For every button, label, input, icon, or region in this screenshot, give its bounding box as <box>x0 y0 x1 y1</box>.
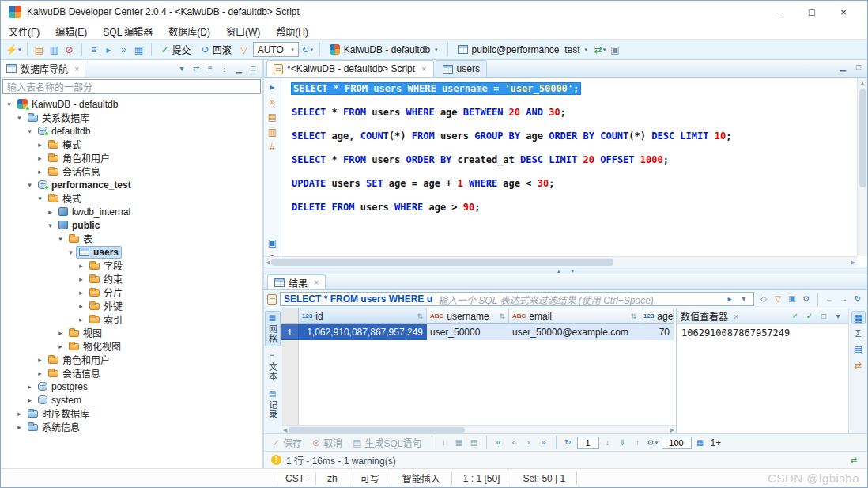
tree-expand-icon[interactable]: ▸ <box>76 302 86 310</box>
tree-expand-icon[interactable]: ▾ <box>66 248 76 256</box>
tree-item-分片[interactable]: ▸分片 <box>1 286 262 299</box>
value-viewer-content[interactable]: 1062910087867957249 <box>677 324 848 433</box>
minimize-view-icon[interactable]: ▁ <box>232 62 245 76</box>
grid-horizontal-scrollbar[interactable]: ◀ ▶ <box>281 425 676 433</box>
zoom-grid-icon[interactable]: ▤ <box>468 436 481 450</box>
row-number[interactable]: 1 <box>281 324 299 340</box>
tree-expand-icon[interactable]: ▾ <box>14 114 25 122</box>
tree-item-performance_test[interactable]: ▾performance_test <box>1 178 262 191</box>
tree-expand-icon[interactable]: ▾ <box>55 235 66 243</box>
menu-item[interactable]: 窗口(W) <box>226 25 260 38</box>
tree-item-会话信息[interactable]: ▸会话信息 <box>1 165 262 178</box>
tree-expand-icon[interactable]: ▾ <box>25 127 35 135</box>
tree-item-KaiwuDB - defaultdb[interactable]: ▾KaiwuDB - defaultdb <box>1 97 262 111</box>
last-row-icon[interactable]: » <box>538 436 550 450</box>
collapse-up-icon[interactable]: ▴ <box>557 268 560 274</box>
row-count-icon[interactable]: # <box>266 141 279 153</box>
tab-users[interactable]: users <box>436 60 487 77</box>
link-with-editor-icon[interactable]: ⇄ <box>190 62 202 76</box>
tree-expand-icon[interactable]: ▾ <box>35 195 45 202</box>
scroll-right-icon[interactable]: ▶ <box>851 257 855 267</box>
menu-item[interactable]: 帮助(H) <box>276 25 308 38</box>
new-sql-editor-icon[interactable]: ▤ <box>33 43 46 57</box>
tree-expand-icon[interactable]: ▸ <box>76 262 86 270</box>
output-console-icon[interactable]: ▣ <box>609 43 621 57</box>
previous-result-icon[interactable]: ← <box>823 292 836 306</box>
close-navigator-icon[interactable]: × <box>74 64 79 74</box>
tree-expand-icon[interactable]: ▸ <box>14 410 25 418</box>
tree-expand-icon[interactable]: ▸ <box>35 168 45 176</box>
column-header-age[interactable]: 123age⇅ <box>640 308 674 324</box>
value-panel-icon[interactable]: ▦ <box>852 312 865 323</box>
tree-item-时序数据库[interactable]: ▸时序数据库 <box>1 407 262 420</box>
fetch-all-rows-icon[interactable]: ⇓ <box>617 436 629 450</box>
save-value-icon[interactable]: ✓ <box>789 309 802 323</box>
maximize-view-icon[interactable]: □ <box>247 62 259 76</box>
maximize-button[interactable]: □ <box>796 6 828 18</box>
connection-select[interactable]: KaiwuDB - defaultdb▾ <box>326 42 442 58</box>
result-settings-icon[interactable]: ⚙ <box>800 292 813 306</box>
result-filter-input[interactable]: SELECT * FROM users WHERE u 输入一个 SQL 表达式… <box>280 292 754 306</box>
tree-item-角色和用户[interactable]: ▸角色和用户 <box>1 151 262 165</box>
explain-icon[interactable]: ▤ <box>266 111 279 123</box>
minimize-button[interactable]: – <box>764 6 796 18</box>
row-number-input[interactable] <box>577 437 599 449</box>
view-menu-icon[interactable]: ⋮ <box>218 62 231 76</box>
save-button[interactable]: ✓保存 <box>268 435 306 451</box>
scroll-up-icon[interactable]: ▲ <box>860 78 866 88</box>
tree-expand-icon[interactable]: ▸ <box>35 141 45 149</box>
maximize-panel-icon[interactable]: ▣ <box>266 236 279 248</box>
sort-icon[interactable]: ⇅ <box>630 312 636 320</box>
grid-layout-icon[interactable]: ▦ <box>453 436 466 450</box>
execute-query-icon[interactable]: ▸ <box>266 81 279 93</box>
menu-item[interactable]: 编辑(E) <box>55 25 87 38</box>
explain-plan-icon[interactable]: ▦ <box>133 43 145 57</box>
results-tab[interactable]: 结果 × <box>267 274 326 289</box>
editor-horizontal-scrollbar[interactable]: ◀ ▶ <box>264 256 857 267</box>
tree-item-系统信息[interactable]: ▸系统信息 <box>1 420 262 433</box>
text-view-tab[interactable]: ≡文本 <box>265 349 281 384</box>
references-panel-icon[interactable]: ⇄ <box>852 359 865 371</box>
sort-icon[interactable]: ⇅ <box>417 312 423 320</box>
save-value-to-file-icon[interactable]: ✓ <box>803 309 816 323</box>
commit-button[interactable]: ✓提交 <box>157 42 195 58</box>
tree-item-视图[interactable]: ▸视图 <box>1 326 262 339</box>
fetch-next-page-icon[interactable]: ↓ <box>602 436 614 450</box>
editor-vertical-scrollbar[interactable]: ▲ <box>857 78 867 256</box>
close-results-icon[interactable]: × <box>314 278 319 287</box>
tree-item-会话信息[interactable]: ▸会话信息 <box>1 366 262 380</box>
grid-settings-icon[interactable]: ⚙▾ <box>647 436 659 450</box>
tree-item-物化视图[interactable]: ▸物化视图 <box>1 339 262 353</box>
cell-age[interactable]: 70 <box>640 324 674 340</box>
tree-item-模式[interactable]: ▸模式 <box>1 138 262 151</box>
export-resultset-icon[interactable]: ↓ <box>438 436 451 450</box>
table-name-filter-input[interactable]: 输入表名称的一部分 <box>2 79 261 94</box>
tree-expand-icon[interactable]: ▸ <box>76 316 86 323</box>
tree-expand-icon[interactable]: ▸ <box>35 369 45 377</box>
scroll-thumb[interactable] <box>859 89 866 187</box>
filter-caret-icon[interactable]: ▾ <box>175 62 188 76</box>
results-grid[interactable]: 123id⇅ABCusername⇅ABCemail⇅123age⇅ 11,06… <box>281 308 676 433</box>
menu-item[interactable]: 文件(F) <box>9 25 40 38</box>
tree-expand-icon[interactable]: ▸ <box>76 275 86 283</box>
tree-expand-icon[interactable]: ▸ <box>25 383 35 391</box>
tree-item-postgres[interactable]: ▸postgres <box>1 380 262 393</box>
goto-row-icon[interactable]: ↻ <box>562 436 575 450</box>
custom-filter-icon[interactable]: ▽ <box>772 292 784 306</box>
panels-toggle-icon[interactable]: ▣ <box>786 292 798 306</box>
apply-filter-icon[interactable]: ▸ <box>723 292 736 306</box>
filter-history-caret-icon[interactable]: ▾ <box>738 292 750 306</box>
commit-mode-select[interactable]: AUTO▾ <box>253 42 299 57</box>
save-filter-icon[interactable]: ◇ <box>757 292 770 306</box>
minimize-editor-icon[interactable]: ▁ <box>836 60 849 74</box>
previous-row-icon[interactable]: ‹ <box>508 436 520 450</box>
tree-item-字段[interactable]: ▸字段 <box>1 259 262 272</box>
rollback-button[interactable]: ↺回滚 <box>198 42 236 58</box>
next-row-icon[interactable]: › <box>523 436 535 450</box>
record-mode-tab[interactable]: ▤记录 <box>265 387 281 422</box>
export-result-icon[interactable]: ▥ <box>266 126 279 138</box>
close-tab-icon[interactable]: × <box>421 64 426 74</box>
maximize-editor-icon[interactable]: □ <box>852 60 865 74</box>
cell-id[interactable]: 1,062,910,087,867,957,249 <box>299 324 427 340</box>
fetch-size-input[interactable] <box>662 437 692 449</box>
